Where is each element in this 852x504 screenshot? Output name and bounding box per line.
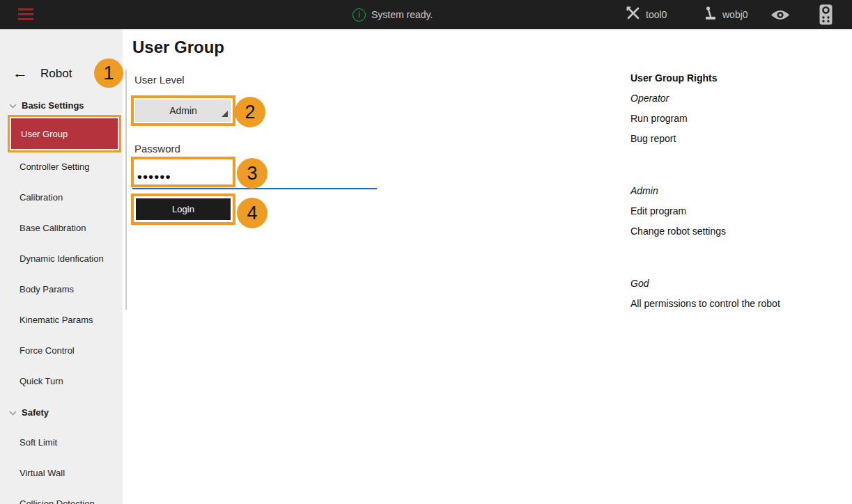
annotation-step-3: 3 <box>237 158 268 189</box>
rights-perm: All permissions to control the robot <box>630 298 780 309</box>
sidebar-item-base-calibration[interactable]: Base Calibration <box>20 223 86 233</box>
wobj-selector[interactable]: wobj0 <box>704 0 748 29</box>
sidebar-item-virtual-wall[interactable]: Virtual Wall <box>20 468 65 478</box>
rights-perm: Run program <box>630 113 688 124</box>
monitor-view-button[interactable] <box>770 9 790 24</box>
sidebar-item-soft-limit[interactable]: Soft Limit <box>20 437 57 448</box>
rights-role-god: God <box>630 278 649 289</box>
hamburger-icon <box>18 8 33 20</box>
annotation-step-4: 4 <box>237 198 268 228</box>
sidebar-item-user-group[interactable]: User Group <box>8 115 121 152</box>
password-masked-value: •••••• <box>137 169 171 184</box>
sidebar-item-collision-detection[interactable]: Collision Detection <box>20 498 95 504</box>
tool-selector[interactable]: tool0 <box>626 0 667 29</box>
rights-perm: Change robot settings <box>630 226 726 237</box>
teach-pendant-icon <box>819 15 832 27</box>
user-level-value: Admin <box>169 105 197 116</box>
sidebar: ← Robot Basic Settings User Group Contro… <box>0 29 123 504</box>
system-status: i System ready. <box>353 0 433 29</box>
back-arrow-icon: ← <box>13 64 28 81</box>
dropdown-corner-arrow-icon <box>222 108 228 119</box>
topbar: i System ready. tool0 wobj0 <box>0 0 852 29</box>
login-button[interactable]: Login <box>131 194 235 225</box>
login-button-label: Login <box>136 198 231 220</box>
user-level-label: User Level <box>134 74 185 86</box>
info-icon: i <box>353 8 366 22</box>
user-level-dropdown[interactable]: Admin <box>131 95 235 126</box>
rights-perm: Bug report <box>630 133 676 144</box>
rights-title: User Group Rights <box>630 72 717 84</box>
rights-role-admin: Admin <box>630 185 658 196</box>
work-object-icon <box>704 6 718 24</box>
sidebar-item-kinematic-params[interactable]: Kinematic Params <box>20 315 93 325</box>
status-text: System ready. <box>371 9 433 20</box>
sidebar-item-force-control[interactable]: Force Control <box>20 345 75 356</box>
sidebar-title: Robot <box>40 67 72 81</box>
chevron-down-icon <box>9 99 17 111</box>
sidebar-item-calibration[interactable]: Calibration <box>20 192 63 203</box>
sidebar-item-controller-setting[interactable]: Controller Setting <box>20 162 89 172</box>
sidebar-item-dynamic-idenfication[interactable]: Dynamic Idenfication <box>20 253 104 264</box>
password-label: Password <box>134 143 180 155</box>
page-title: User Group <box>132 38 224 57</box>
section-basic-settings[interactable]: Basic Settings <box>9 99 84 111</box>
wobj-label: wobj0 <box>722 9 748 20</box>
annotation-step-1: 1 <box>94 58 123 88</box>
rights-role-operator: Operator <box>630 93 669 104</box>
eye-icon <box>770 11 790 23</box>
section-safety[interactable]: Safety <box>9 406 49 418</box>
sidebar-item-quick-turn[interactable]: Quick Turn <box>20 376 63 386</box>
content-scrollbar[interactable] <box>125 70 127 310</box>
back-button[interactable]: ← <box>13 65 28 81</box>
tool-label: tool0 <box>646 9 667 20</box>
sidebar-item-body-params[interactable]: Body Params <box>20 284 74 294</box>
rights-perm: Edit program <box>630 205 686 216</box>
teach-pendant-button[interactable] <box>819 4 832 28</box>
menu-button[interactable] <box>18 8 33 21</box>
chevron-down-icon <box>9 406 17 418</box>
sidebar-item-user-group-label: User Group <box>11 118 118 149</box>
password-input[interactable]: •••••• <box>131 157 235 187</box>
annotation-step-2: 2 <box>235 97 265 127</box>
tool-icon <box>626 6 641 24</box>
